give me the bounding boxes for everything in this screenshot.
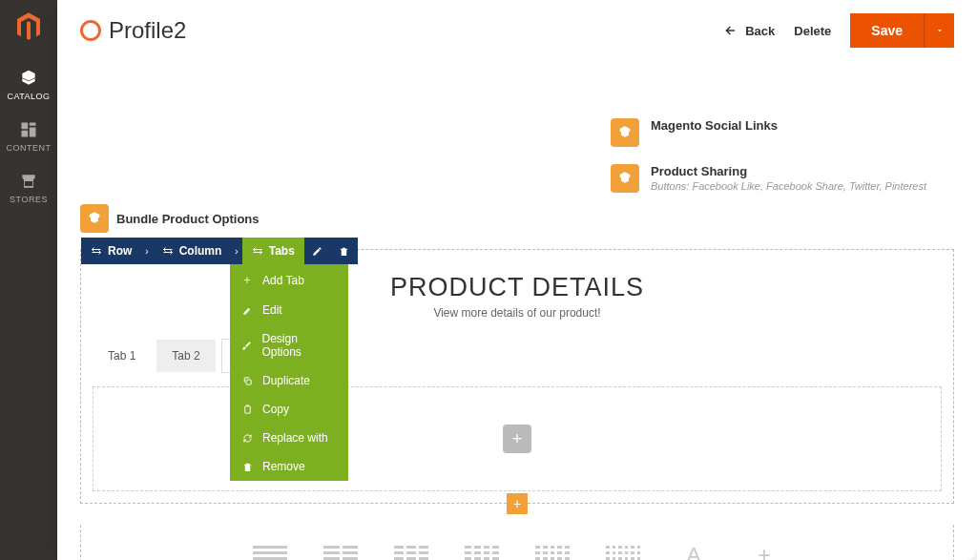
widget-list: Magento Social Links Product Sharing But… [611,118,954,210]
nav-label: STORES [10,195,48,204]
brush-icon [241,341,252,351]
widget-item[interactable]: Product Sharing Buttons: Facebook Like, … [611,164,954,193]
layout-2col[interactable] [323,544,358,560]
breadcrumb-tabs[interactable]: Tabs [242,238,304,264]
edit-icon[interactable] [304,238,331,264]
add-element-button[interactable]: + [503,425,531,453]
tabs-row: Tab 1 Tab 2 + [81,339,953,386]
menu-add-tab[interactable]: ＋ Add Tab [230,264,348,296]
chevron-right-icon: › [231,238,241,264]
layout-3col[interactable] [394,544,428,560]
menu-label: Duplicate [262,374,310,387]
nav-stores[interactable]: STORES [0,162,57,214]
topbar: Profile2 Back Delete Save [57,0,977,61]
pencil-icon [241,305,253,316]
menu-design-options[interactable]: Design Options [230,324,348,366]
layout-add[interactable]: + [747,544,781,560]
breadcrumb-tabs-label: Tabs [269,244,295,258]
menu-label: Design Options [261,332,337,359]
nav-content[interactable]: CONTENT [0,111,57,162]
element-breadcrumb: Row › Column › Tabs [81,238,358,264]
menu-label: Add Tab [262,274,304,287]
cube-icon [611,164,639,193]
tab[interactable]: Tab 1 [93,340,151,372]
svg-rect-0 [246,380,251,384]
widget-item[interactable]: Magento Social Links [611,118,954,147]
widget-desc: Buttons: Facebook Like, Facebook Share, … [651,180,926,192]
menu-label: Edit [262,303,282,317]
svg-rect-1 [244,405,250,412]
layout-5col[interactable] [535,544,570,560]
builder-area: Row › Column › Tabs [80,249,954,504]
content-area: Magento Social Links Product Sharing But… [57,61,977,560]
bundle-section: Bundle Product Options Row › Column [80,204,954,560]
copy-icon [241,376,253,386]
widget-title: Magento Social Links [651,118,778,133]
plus-icon: ＋ [241,272,253,288]
menu-copy[interactable]: Copy [230,395,348,424]
back-label: Back [745,24,775,38]
main-panel: Profile2 Back Delete Save [57,0,977,560]
cube-icon [80,204,109,233]
menu-edit[interactable]: Edit [230,296,348,324]
refresh-icon [241,433,253,444]
tab[interactable]: Tab 2 [156,340,215,372]
save-button[interactable]: Save [850,13,924,48]
nav-label: CONTENT [7,143,52,153]
layout-options: A + [80,525,954,560]
menu-remove[interactable]: Remove [230,452,348,481]
menu-label: Replace with [262,431,328,445]
left-sidebar: CATALOG CONTENT STORES [0,0,57,560]
magento-logo [13,11,44,42]
save-dropdown-toggle[interactable] [924,13,954,48]
delete-label: Delete [794,24,831,38]
delete-button[interactable]: Delete [794,24,831,38]
chevron-right-icon: › [141,238,152,264]
breadcrumb-column-label: Column [179,244,222,258]
cube-icon [611,118,639,147]
menu-replace-with[interactable]: Replace with [230,424,348,452]
layout-6col[interactable] [606,544,640,560]
tabs-context-menu: ＋ Add Tab Edit [230,264,348,481]
content-dropzone[interactable]: + [93,386,942,491]
page-title: Profile2 [109,17,186,44]
layout-text[interactable]: A [676,544,711,560]
bundle-label: Bundle Product Options [116,212,260,226]
nav-label: CATALOG [7,92,50,101]
clipboard-icon [241,404,253,415]
trash-icon[interactable] [331,238,358,264]
widget-title: Product Sharing [651,164,926,178]
section-title: PRODUCT DETAILS [81,273,953,302]
menu-label: Copy [262,403,289,416]
layout-1col[interactable] [253,544,287,560]
menu-duplicate[interactable]: Duplicate [230,366,348,395]
section-subtitle: View more details of our product! [81,306,953,320]
breadcrumb-row-label: Row [108,244,132,258]
insert-row-button[interactable]: + [507,493,528,514]
breadcrumb-row[interactable]: Row [81,238,141,264]
breadcrumb-column[interactable]: Column [153,238,232,264]
layout-4col[interactable] [465,544,499,560]
page-title-icon [80,20,101,41]
menu-label: Remove [262,460,305,473]
back-button[interactable]: Back [724,24,775,38]
nav-catalog[interactable]: CATALOG [0,59,57,111]
trash-icon [241,462,253,472]
